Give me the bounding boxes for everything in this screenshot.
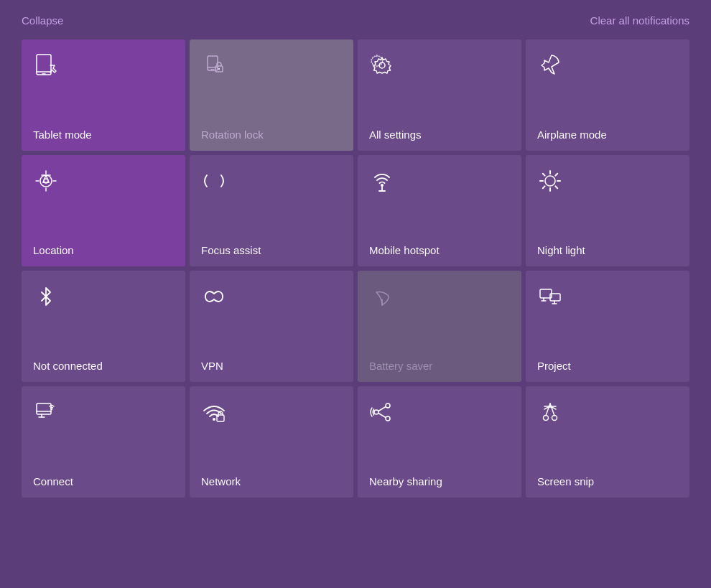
tile-nearby-sharing[interactable]: Nearby sharing [358, 386, 521, 498]
settings-icon [369, 52, 510, 82]
tile-not-connected[interactable]: Not connected [22, 271, 185, 382]
screen-snip-icon [537, 399, 678, 429]
rotation-lock-label: Rotation lock [201, 129, 342, 141]
all-settings-label: All settings [369, 129, 510, 141]
airplane-icon [537, 52, 678, 82]
screen-snip-label: Screen snip [537, 475, 678, 487]
tile-network[interactable]: Network [190, 386, 353, 498]
tile-all-settings[interactable]: All settings [358, 39, 521, 151]
svg-line-27 [543, 174, 545, 176]
svg-point-22 [545, 176, 555, 186]
svg-line-29 [555, 174, 557, 176]
vpn-label: VPN [201, 360, 342, 372]
tile-screen-snip[interactable]: Screen snip [526, 386, 689, 498]
airplane-mode-label: Airplane mode [537, 129, 678, 141]
top-bar: Collapse Clear all notifications [22, 14, 689, 27]
quick-actions-grid: Tablet mode Rotation lock All sett [22, 39, 689, 498]
svg-point-42 [51, 409, 52, 410]
tile-vpn[interactable]: VPN [190, 271, 353, 382]
svg-rect-38 [37, 403, 51, 414]
svg-point-8 [379, 62, 385, 68]
not-connected-label: Not connected [33, 360, 174, 372]
mobile-hotspot-label: Mobile hotspot [369, 244, 510, 256]
svg-point-46 [386, 403, 390, 408]
svg-point-43 [213, 418, 215, 421]
location-label: Location [33, 244, 174, 256]
network-icon [201, 399, 342, 429]
svg-line-53 [550, 403, 554, 416]
tile-connect[interactable]: Connect [22, 386, 185, 498]
svg-line-30 [543, 186, 545, 188]
focus-assist-label: Focus assist [201, 244, 342, 256]
battery-saver-label: Battery saver [369, 360, 510, 372]
svg-line-49 [378, 414, 386, 418]
rotation-lock-icon [201, 52, 342, 82]
focus-assist-icon [201, 168, 342, 197]
tile-rotation-lock[interactable]: Rotation lock [190, 39, 353, 151]
svg-point-47 [386, 416, 390, 421]
project-label: Project [537, 360, 678, 372]
svg-point-7 [218, 68, 220, 70]
svg-point-13 [40, 175, 52, 187]
nearby-sharing-label: Nearby sharing [369, 475, 510, 487]
bluetooth-icon [33, 284, 174, 313]
tile-night-light[interactable]: Night light [526, 155, 689, 266]
collapse-button[interactable]: Collapse [22, 14, 63, 27]
svg-line-52 [546, 403, 550, 416]
project-icon [537, 284, 678, 313]
tile-mobile-hotspot[interactable]: Mobile hotspot [358, 155, 521, 266]
hotspot-icon [369, 168, 510, 197]
tablet-mode-icon [33, 52, 174, 82]
clear-notifications-button[interactable]: Clear all notifications [590, 14, 689, 27]
tile-tablet-mode[interactable]: Tablet mode [22, 39, 185, 151]
svg-point-45 [374, 410, 378, 414]
svg-line-28 [555, 186, 557, 188]
tablet-mode-label: Tablet mode [33, 129, 174, 141]
tile-battery-saver[interactable]: Battery saver [358, 271, 521, 382]
vpn-icon [201, 284, 342, 313]
connect-label: Connect [33, 475, 174, 487]
battery-saver-icon [369, 284, 510, 313]
svg-line-48 [378, 407, 386, 411]
connect-icon [33, 399, 174, 429]
nearby-sharing-icon [369, 399, 510, 429]
svg-rect-3 [208, 56, 218, 70]
tile-focus-assist[interactable]: Focus assist [190, 155, 353, 266]
tile-project[interactable]: Project [526, 271, 689, 382]
night-light-label: Night light [537, 244, 678, 256]
tile-airplane-mode[interactable]: Airplane mode [526, 39, 689, 151]
tile-location[interactable]: Location [22, 155, 185, 266]
network-label: Network [201, 475, 342, 487]
night-light-icon [537, 168, 678, 197]
location-icon [33, 168, 174, 197]
